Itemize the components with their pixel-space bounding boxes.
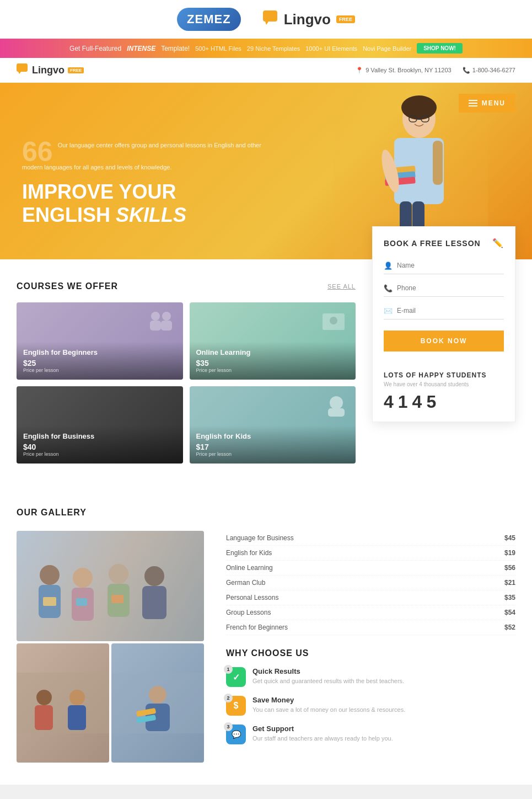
pricing-list-item: English for Kids $19 (226, 546, 515, 561)
promo-suffix: Template! (161, 45, 190, 52)
counter-display: 4 1 4 5 (384, 393, 504, 411)
book-form-title-text: BOOK A FREE LESSON (384, 239, 481, 248)
courses-section-title: COURSES WE OFFER (17, 281, 118, 291)
phone-text: 1-800-346-6277 (472, 67, 515, 73)
promo-stat1: 500+ HTML Files (195, 45, 241, 52)
course-price-label-2: Price per lesson (196, 367, 350, 373)
svg-marker-3 (18, 72, 21, 74)
svg-rect-0 (263, 10, 277, 22)
header-free-badge: FREE (68, 67, 84, 73)
site-logo: Lingvo FREE (17, 63, 84, 77)
why-item-2: $ 2 Save Money You can save a lot of mon… (226, 696, 515, 716)
phone-icon: 📞 (463, 67, 470, 74)
svg-point-40 (36, 690, 52, 705)
svg-point-19 (151, 312, 160, 321)
why-item-1: ✓ 1 Quick Results Get quick and guarante… (226, 667, 515, 687)
gallery-layout: Language for Business $45 English for Ki… (17, 531, 515, 763)
course-card-overlay-2: Online Learning $35 Price per lesson (190, 342, 356, 380)
pricing-item-price: $21 (504, 579, 515, 587)
phone-input[interactable] (384, 280, 504, 297)
course-price-1: $25 (23, 359, 176, 367)
pricing-item-price: $35 (504, 594, 515, 601)
pricing-list-item: Personal Lessons $35 (226, 590, 515, 605)
why-choose-section: WHY CHOOSE US ✓ 1 Quick Results Get quic… (226, 648, 515, 744)
pricing-item-name: German Club (226, 579, 265, 587)
email-field-wrap: ✉️ (384, 302, 504, 319)
counter-digit-2: 4 (412, 393, 422, 411)
phone-field-wrap: 📞 (384, 280, 504, 297)
course-card-2[interactable]: Online Learning $35 Price per lesson (190, 302, 356, 380)
course-card-overlay-1: English for Beginners $25 Price per less… (17, 342, 183, 380)
course-card-3[interactable]: English for Business $40 Price per lesso… (17, 386, 183, 464)
gallery-main-image (17, 531, 204, 641)
svg-rect-43 (68, 705, 86, 730)
course-price-2: $35 (196, 359, 350, 367)
lingvo-main-logo: Lingvo FREE (263, 10, 355, 29)
course-price-label-4: Price per lesson (196, 451, 350, 457)
name-input[interactable] (384, 257, 504, 274)
phone-field-icon: 📞 (384, 284, 393, 292)
pricing-item-price: $54 (504, 609, 515, 616)
course-card-1[interactable]: English for Beginners $25 Price per less… (17, 302, 183, 380)
svg-rect-38 (17, 531, 204, 641)
svg-point-42 (69, 690, 85, 705)
header-logo-text: Lingvo (32, 65, 65, 76)
course-name-1: English for Beginners (23, 348, 176, 358)
why-item-3: 💬 3 Get Support Our staff and teachers a… (226, 725, 515, 744)
why-icon-1: ✓ 1 (226, 667, 246, 687)
why-title-1: Quick Results (252, 667, 404, 675)
pricing-list-container: Language for Business $45 English for Ki… (226, 531, 515, 635)
person-icon: 👤 (384, 262, 393, 270)
location-icon: 📍 (356, 67, 363, 74)
pricing-item-name: Group Lessons (226, 609, 271, 616)
hero-title: IMPROVE YOUR ENGLISH SKILLS (22, 180, 271, 226)
address-info: 📍 9 Valley St. Brooklyn, NY 11203 (356, 67, 452, 74)
pricing-item-name: Personal Lessons (226, 594, 278, 601)
book-form-title: BOOK A FREE LESSON ✏️ (384, 238, 504, 248)
svg-rect-22 (161, 321, 172, 331)
counter-digit-3: 5 (426, 393, 436, 411)
svg-rect-2 (17, 63, 28, 72)
lingvo-text: Lingvo (284, 11, 331, 28)
why-desc-1: Get quick and guaranteed results with th… (252, 677, 404, 685)
why-icon-3: 💬 3 (226, 725, 246, 744)
free-badge: FREE (336, 15, 355, 23)
gallery-title: OUR GALLERY (17, 508, 515, 518)
promo-intense: INTENSE (127, 45, 155, 52)
book-now-button[interactable]: BOOK NOW (384, 331, 504, 351)
email-input[interactable] (384, 302, 504, 319)
promo-stat3: 1000+ UI Elements (305, 45, 357, 52)
see-all-link[interactable]: SEE ALL (327, 283, 356, 290)
pricing-list-item: German Club $21 (226, 576, 515, 590)
courses-section-header: COURSES WE OFFER SEE ALL (17, 281, 356, 291)
course-price-label-3: Price per lesson (23, 451, 176, 457)
course-price-3: $40 (23, 443, 176, 451)
svg-rect-7 (433, 141, 443, 185)
pricing-list-item: Online Learning $56 (226, 561, 515, 576)
happy-students-section: LOTS OF HAPPY STUDENTS We have over 4 th… (384, 371, 504, 411)
hero-content: 66 Our language center offers group and … (0, 119, 293, 259)
svg-point-21 (162, 312, 171, 321)
promo-stat4: Novi Page Builder (363, 45, 411, 52)
course-card-4[interactable]: English for Kids $17 Price per lesson (190, 386, 356, 464)
counter-digit-0: 4 (384, 393, 394, 411)
pricing-list-item: Group Lessons $54 (226, 605, 515, 620)
why-icon-2: $ 2 (226, 696, 246, 716)
svg-point-45 (149, 686, 166, 704)
counter-digit-1: 1 (398, 393, 408, 411)
pricing-item-name: French for Beginners (226, 624, 288, 631)
name-field-wrap: 👤 (384, 257, 504, 274)
happy-students-subtitle: We have over 4 thousand students (384, 381, 504, 387)
site-header: Lingvo FREE 📍 9 Valley St. Brooklyn, NY … (0, 58, 532, 83)
svg-point-24 (330, 317, 337, 324)
email-icon: ✉️ (384, 307, 393, 315)
pricing-item-name: English for Kids (226, 549, 272, 557)
shop-now-button[interactable]: SHOP NOW! (417, 43, 463, 54)
svg-rect-20 (150, 321, 161, 331)
course-name-2: Online Learning (196, 348, 350, 358)
course-card-overlay-4: English for Kids $17 Price per lesson (190, 425, 356, 464)
course-price-label-1: Price per lesson (23, 367, 176, 373)
gallery-bottom-right (111, 643, 204, 763)
why-choose-title: WHY CHOOSE US (226, 648, 515, 658)
why-desc-3: Our staff and teachers are always ready … (252, 734, 393, 743)
